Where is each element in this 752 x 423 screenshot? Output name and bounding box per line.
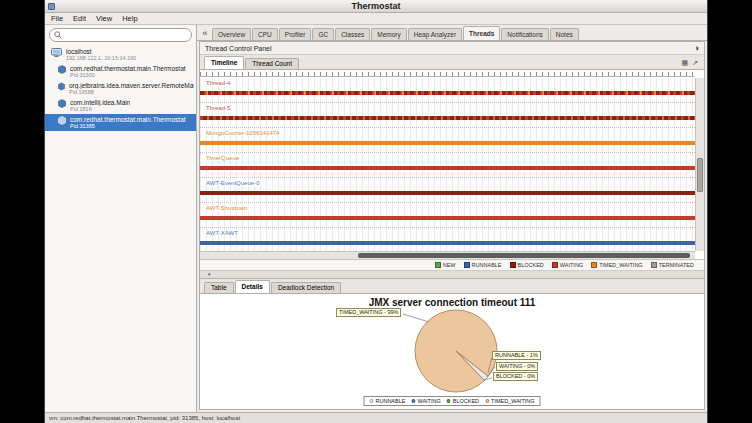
monitoring-toggle-icon[interactable]: ◑ [694,42,699,54]
status-bar: vm: com.redhat.thermostat.main.Thermosta… [45,412,707,423]
vm-tab-strip: « Overview CPU Profiler GC Classes Memor… [197,25,707,41]
legend-item: BLOCKED [510,262,544,268]
thread-name: TimerQueue [204,155,241,161]
timeline-ruler [200,70,695,77]
thread-row[interactable]: Thread-5 [200,103,695,128]
menu-file[interactable]: File [51,14,63,23]
thread-row[interactable]: MongoCourier-1056341474 [200,128,695,153]
pie-legend-dot [447,399,451,403]
legend-item: NEW [435,262,456,268]
legend-item: TERMINATED [651,262,694,268]
thread-state-bar [200,166,695,170]
chart-title: JMX server connection timeout 111 [200,294,704,307]
thread-name: Thread-5 [204,105,232,111]
tab-threads[interactable]: Threads [463,26,500,40]
thread-row[interactable]: AWT-EventQueue-0 [200,178,695,203]
menu-bar: File Edit View Help [45,13,707,25]
threads-panel: Thread Control Panel ◑ Timeline Thread C… [199,41,705,410]
thread-state-bar [200,116,695,120]
tab-details[interactable]: Details [235,280,270,293]
legend-label: TIMED_WAITING [599,262,643,268]
callout-timed-waiting: TIMED_WAITING - 99% [336,308,401,317]
window-title: Thermostat [351,1,400,11]
legend-swatch [435,262,441,268]
tab-table[interactable]: Table [204,282,234,293]
legend-item: WAITING [552,262,583,268]
timeline-horizontal-scrollbar[interactable] [200,251,695,259]
callout-line [403,314,429,322]
thread-name: AWT-Shutdown [204,205,249,211]
legend-label: TERMINATED [659,262,694,268]
thread-row[interactable]: Thread-4 [200,78,695,103]
sidebar-collapse-icon[interactable]: « [199,26,211,40]
pie-legend-label: BLOCKED [453,398,479,404]
scrollbar-thumb[interactable] [358,253,690,258]
timeline-rows: Thread-4 Thread-5 MongoCourier-105634147… [200,78,695,251]
thread-control-title: Thread Control Panel [205,45,272,52]
menu-view[interactable]: View [96,14,112,23]
subtab-thread-count[interactable]: Thread Count [245,58,299,69]
tab-profiler[interactable]: Profiler [279,28,312,40]
app-icon [48,3,55,10]
thread-row[interactable]: AWT-XAWT [200,228,695,253]
scrollbar-thumb[interactable] [697,158,703,193]
details-tab-strip: Table Details Deadlock Detection [200,279,704,294]
pie-legend-dot [369,399,373,403]
vm-name: org.jetbrains.idea.maven.server.RemoteMa… [69,82,194,89]
tab-notes[interactable]: Notes [550,28,579,40]
tab-deadlock-detection[interactable]: Deadlock Detection [271,282,341,293]
legend-swatch [510,262,516,268]
thread-name: AWT-XAWT [204,230,240,236]
subtab-timeline[interactable]: Timeline [204,56,244,69]
tab-classes[interactable]: Classes [335,28,370,40]
tree-item-vm[interactable]: org.jetbrains.idea.maven.server.RemoteMa… [45,80,196,97]
tab-cpu[interactable]: CPU [252,28,278,40]
thread-name: AWT-EventQueue-0 [204,180,261,186]
menu-edit[interactable]: Edit [73,14,86,23]
tree-item-host[interactable]: localhost 192.168.122.1, 10:15:14.190 [45,46,196,63]
panel-splitter[interactable]: ▾ [200,271,704,279]
legend-label: RUNNABLE [472,262,502,268]
menu-help[interactable]: Help [122,14,137,23]
pie-legend-dot [411,399,415,403]
search-input[interactable] [65,32,187,39]
search-icon [54,31,62,39]
vm-icon [58,65,66,74]
legend-item: TIMED_WAITING [591,262,643,268]
tree-item-vm-selected[interactable]: com.redhat.thermostat.main.Thermostat Pi… [45,114,196,131]
tab-gc[interactable]: GC [312,28,334,40]
legend-item: RUNNABLE [464,262,502,268]
host-icon [51,48,62,58]
thread-subtabs: Timeline Thread Count ▦ ↗ [200,55,704,70]
callout-blocked: BLOCKED - 0% [493,372,538,381]
thread-state-bar [200,191,695,195]
tab-notifications[interactable]: Notifications [501,28,548,40]
pie-legend-dot [485,399,489,403]
vm-pid: Pid 19588 [69,89,194,95]
pie-legend-item: BLOCKED [447,398,479,404]
timeline-options-icon[interactable]: ▦ [682,59,689,67]
pie-legend-label: TIMED_WAITING [491,398,535,404]
timeline-vertical-scrollbar[interactable] [695,78,704,251]
thread-row[interactable]: AWT-Shutdown [200,203,695,228]
legend-label: NEW [443,262,456,268]
splitter-handle-icon[interactable]: ▾ [208,271,211,278]
thread-timeline[interactable]: Thread-4 Thread-5 MongoCourier-105634147… [200,70,704,260]
pie-legend-item: WAITING [411,398,440,404]
search-box[interactable] [49,28,192,42]
legend-swatch [591,262,597,268]
thread-row[interactable]: TimerQueue [200,153,695,178]
thread-name: MongoCourier-1056341474 [204,130,281,136]
tree-item-vm[interactable]: com.intellij.idea.Main Pid 1816 [45,97,196,114]
callout-runnable: RUNNABLE - 1% [492,351,541,360]
tab-memory[interactable]: Memory [371,28,406,40]
tab-heap-analyzer[interactable]: Heap Analyzer [408,28,462,40]
vm-name: com.redhat.thermostat.main.Thermostat [70,116,186,123]
legend-swatch [552,262,558,268]
timeline-expand-icon[interactable]: ↗ [692,59,698,67]
tab-overview[interactable]: Overview [212,28,251,40]
tree-item-vm[interactable]: com.redhat.thermostat.main.Thermostat Pi… [45,63,196,80]
status-text: vm: com.redhat.thermostat.main.Thermosta… [49,415,240,421]
vm-icon [58,116,66,125]
state-legend: NEW RUNNABLE BLOCKED WAITING [200,260,704,271]
